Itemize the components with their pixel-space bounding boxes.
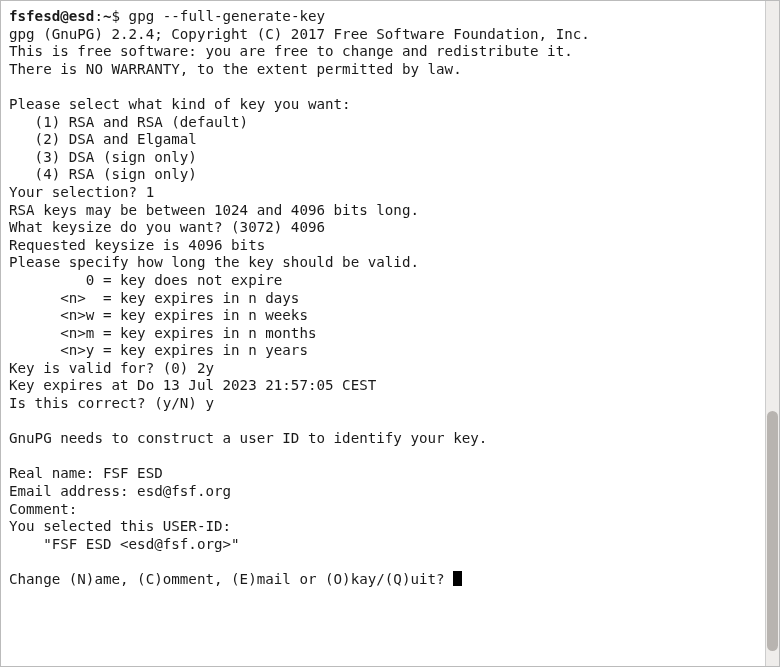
- terminal-line: What keysize do you want? (3072) 4096: [9, 219, 325, 235]
- terminal-line: This is free software: you are free to c…: [9, 43, 573, 59]
- scrollbar-thumb[interactable]: [767, 411, 778, 651]
- terminal-window: fsfesd@esd:~$ gpg --full-generate-key gp…: [0, 0, 780, 667]
- terminal-line: Comment:: [9, 501, 77, 517]
- terminal-line: GnuPG needs to construct a user ID to id…: [9, 430, 487, 446]
- prompt-userhost: fsfesd@esd: [9, 8, 94, 24]
- terminal-line: <n>y = key expires in n years: [9, 342, 308, 358]
- terminal-line: Is this correct? (y/N) y: [9, 395, 214, 411]
- vertical-scrollbar[interactable]: [765, 1, 779, 666]
- terminal-line: <n>m = key expires in n months: [9, 325, 317, 341]
- terminal-line: There is NO WARRANTY, to the extent perm…: [9, 61, 462, 77]
- terminal-line: Your selection? 1: [9, 184, 154, 200]
- terminal-line: Key is valid for? (0) 2y: [9, 360, 214, 376]
- terminal-line: Email address: esd@fsf.org: [9, 483, 231, 499]
- terminal-line: 0 = key does not expire: [9, 272, 282, 288]
- terminal-viewport[interactable]: fsfesd@esd:~$ gpg --full-generate-key gp…: [1, 1, 765, 666]
- prompt-path: ~: [103, 8, 112, 24]
- terminal-line: (2) DSA and Elgamal: [9, 131, 197, 147]
- terminal-line: Please specify how long the key should b…: [9, 254, 419, 270]
- terminal-line: gpg (GnuPG) 2.2.4; Copyright (C) 2017 Fr…: [9, 26, 590, 42]
- terminal-line: (3) DSA (sign only): [9, 149, 197, 165]
- terminal-line: Please select what kind of key you want:: [9, 96, 351, 112]
- terminal-line: Change (N)ame, (C)omment, (E)mail or (O)…: [9, 571, 453, 587]
- terminal-line: (4) RSA (sign only): [9, 166, 197, 182]
- terminal-line: You selected this USER-ID:: [9, 518, 231, 534]
- terminal-cursor[interactable]: [453, 571, 462, 586]
- terminal-line: RSA keys may be between 1024 and 4096 bi…: [9, 202, 419, 218]
- terminal-line: <n> = key expires in n days: [9, 290, 299, 306]
- terminal-line: <n>w = key expires in n weeks: [9, 307, 308, 323]
- terminal-line: (1) RSA and RSA (default): [9, 114, 248, 130]
- prompt-command: gpg --full-generate-key: [129, 8, 325, 24]
- terminal-line: Requested keysize is 4096 bits: [9, 237, 265, 253]
- terminal-line: Real name: FSF ESD: [9, 465, 163, 481]
- prompt-symbol: $: [112, 8, 121, 24]
- terminal-line: Key expires at Do 13 Jul 2023 21:57:05 C…: [9, 377, 376, 393]
- terminal-line: "FSF ESD <esd@fsf.org>": [9, 536, 240, 552]
- prompt-sep: :: [94, 8, 103, 24]
